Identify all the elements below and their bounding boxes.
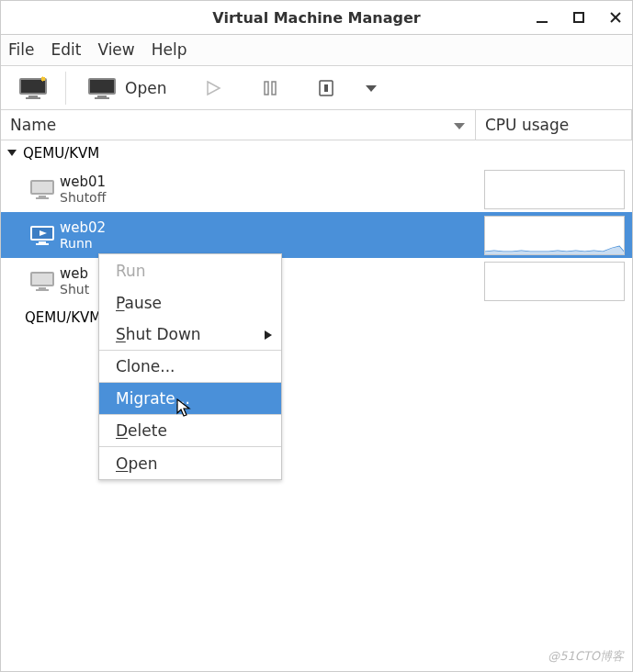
vm-row-web01[interactable]: web01 Shutoff [1,166,632,212]
connection-row-secondary[interactable]: QEMU/KVM [1,304,632,331]
shutdown-dropdown-arrow[interactable] [357,72,385,105]
cpu-graph [484,216,625,255]
menu-edit[interactable]: Edit [51,40,81,60]
svg-marker-14 [208,82,220,95]
svg-rect-15 [265,82,268,95]
column-name[interactable]: Name [1,110,476,140]
expander-icon[interactable] [6,145,23,162]
toolbar-separator [65,72,66,105]
svg-rect-13 [95,97,109,99]
svg-rect-32 [32,274,52,285]
vm-icon-shutoff [25,270,60,292]
svg-rect-11 [90,80,114,93]
pause-button[interactable] [253,72,288,105]
svg-rect-29 [39,241,46,243]
svg-rect-1 [574,13,583,22]
vm-status: Shutoff [60,190,106,205]
titlebar: Virtual Machine Manager [1,1,632,34]
cpu-graph [484,170,625,209]
vm-row-web03[interactable]: web Shut [1,258,632,304]
menu-help[interactable]: Help [152,40,187,60]
svg-rect-18 [324,84,328,92]
vm-name: web [60,265,89,282]
svg-marker-21 [7,150,17,156]
svg-marker-19 [366,85,377,92]
svg-rect-6 [28,95,38,97]
menu-file[interactable]: File [8,40,34,60]
virt-manager-window: Virtual Machine Manager File Edit View H… [0,0,633,672]
menu-item-run[interactable]: Run [99,254,281,286]
vm-name: web02 [60,219,106,236]
vm-list: QEMU/KVM web01 Shutoff web02 Runn [1,140,632,671]
close-button[interactable] [606,8,625,27]
column-cpu[interactable]: CPU usage [476,110,632,140]
open-vm-button[interactable]: Open [79,72,174,105]
minimize-button[interactable] [533,8,551,27]
cpu-graph [484,262,625,301]
menu-item-clone[interactable]: Clone... [99,351,281,383]
svg-rect-33 [39,287,46,289]
open-label: Open [125,79,166,97]
svg-marker-20 [454,123,465,129]
toolbar: Open [1,65,632,110]
run-button[interactable] [196,72,231,105]
menu-item-pause[interactable]: Pause [99,286,281,319]
connection-row-primary[interactable]: QEMU/KVM [1,140,632,166]
svg-rect-5 [21,80,45,93]
vm-icon-shutoff [25,178,60,200]
vm-status: Shut [60,282,89,297]
svg-rect-25 [36,197,49,199]
svg-rect-7 [26,97,40,99]
svg-rect-34 [36,289,49,291]
vm-status: Runn [60,236,106,251]
menu-item-shutdown[interactable]: Shut Down [99,319,281,351]
sort-indicator-icon [453,116,466,134]
vm-context-menu: Run Pause Shut Down Clone... Migrate... … [98,253,282,480]
svg-rect-12 [97,95,107,97]
svg-rect-9 [41,77,45,81]
shutdown-dropdown[interactable] [310,72,345,105]
svg-rect-23 [32,182,52,193]
maximize-button[interactable] [570,8,588,27]
vm-icon-running [25,224,60,246]
svg-rect-30 [36,243,49,245]
submenu-indicator-icon [265,325,272,343]
vm-row-web02[interactable]: web02 Runn [1,212,632,258]
menu-view[interactable]: View [97,40,134,60]
svg-rect-16 [272,82,276,95]
vm-name: web01 [60,174,106,190]
menubar: File Edit View Help [1,34,632,65]
menu-item-delete[interactable]: Delete [99,415,281,447]
watermark: @51CTO博客 [548,648,624,665]
svg-marker-35 [265,330,272,340]
column-headers: Name CPU usage [1,110,632,140]
svg-rect-24 [39,196,46,197]
new-vm-button[interactable] [10,72,56,105]
menu-item-open[interactable]: Open [99,447,281,479]
menu-item-migrate[interactable]: Migrate... [99,383,281,415]
